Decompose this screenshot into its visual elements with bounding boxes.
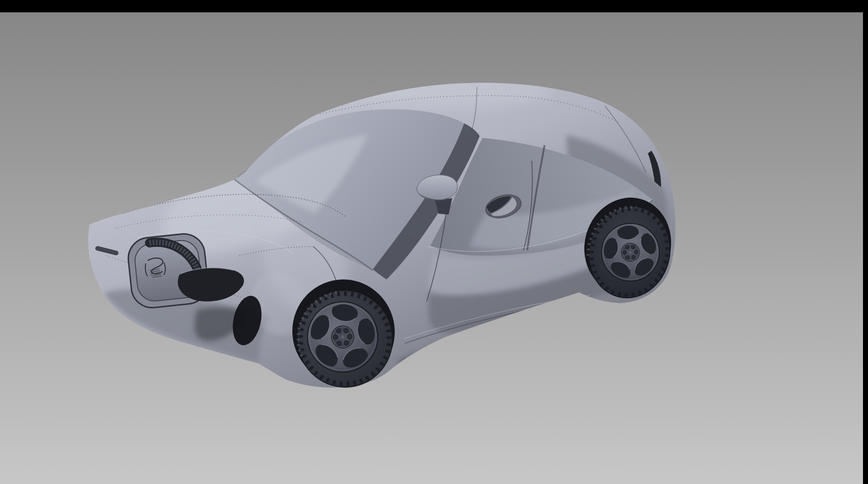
- top-letterbox-bar: [0, 0, 868, 12]
- cad-application-window: [0, 0, 868, 484]
- right-letterbox-bar: [863, 0, 868, 484]
- viewport-canvas[interactable]: [0, 0, 868, 484]
